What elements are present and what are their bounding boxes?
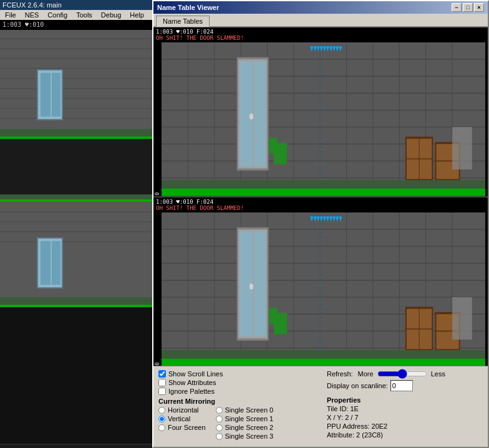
svg-rect-54 — [254, 62, 266, 166]
single-screen-3-radio[interactable] — [216, 433, 223, 440]
single-screen-1-label: Single Screen 1 — [225, 415, 274, 422]
nt-viewer: 1:003 ♥:010 F:024 OH SHIT! THE DOOR SLAM… — [153, 27, 488, 366]
single-screen-0-radio[interactable] — [216, 407, 223, 414]
properties-section: Properties Tile ID: 1E X / Y: 2 / 7 PPU … — [327, 396, 483, 439]
game-title: FCEUX 2.6.4: main — [2, 1, 62, 9]
show-scroll-lines-label: Show Scroll Lines — [168, 370, 223, 378]
svg-text:▼▼▼▼▼▼▼▼▼▼: ▼▼▼▼▼▼▼▼▼▼ — [310, 42, 342, 53]
mirroring-vertical-radio[interactable] — [158, 416, 165, 422]
nt-hud-top-line1: 1:003 ♥:010 F:024 — [156, 29, 485, 35]
tab-name-tables[interactable]: Name Tables — [156, 16, 210, 27]
nt-panel-bottom: 1:003 ♥:010 F:024 OH SHIT! THE DOOR SLAM… — [153, 198, 488, 366]
window-title-text: Name Table Viewer — [157, 4, 219, 11]
ignore-palettes-checkbox[interactable] — [158, 388, 166, 395]
scroll-lines-row: Show Scroll Lines — [158, 370, 314, 378]
nt-image-top: 0 — [153, 42, 488, 196]
nt-panel-top: 1:003 ♥:010 F:024 OH SHIT! THE DOOR SLAM… — [153, 27, 488, 196]
single-screen-2-radio[interactable] — [216, 424, 223, 431]
svg-rect-63 — [452, 127, 472, 169]
mirroring-horizontal: Horizontal — [158, 406, 206, 414]
scanline-row: Display on scanline: — [327, 380, 483, 391]
svg-rect-29 — [0, 297, 152, 305]
svg-rect-20 — [0, 199, 152, 202]
single-screen-2-label: Single Screen 2 — [225, 424, 274, 431]
ignore-palettes-label: Ignore Palettes — [168, 388, 215, 395]
svg-rect-16 — [0, 129, 152, 136]
nt-hud-top-line2: OH SHIT! THE DOOR SLAMMED! — [156, 35, 485, 41]
controls-panel: Show Scroll Lines Show Attributes Ignore… — [153, 366, 488, 447]
game-title-bar: FCEUX 2.6.4: main — [0, 0, 152, 10]
nt-hud-bottom: 1:003 ♥:010 F:024 OH SHIT! THE DOOR SLAM… — [153, 198, 488, 212]
svg-rect-65 — [162, 189, 485, 196]
refresh-label: Refresh: — [327, 370, 353, 378]
game-panel: FCEUX 2.6.4: main File NES Config Tools … — [0, 0, 152, 448]
mirroring-horizontal-label: Horizontal — [168, 406, 199, 414]
scanline-input[interactable] — [390, 380, 413, 391]
svg-rect-14 — [41, 73, 51, 117]
nt-right-bar-bottom — [485, 212, 488, 366]
viewer-window: Name Table Viewer − □ × Name Tables 1:00… — [152, 0, 489, 448]
svg-rect-31 — [0, 307, 152, 444]
mirroring-horizontal-radio[interactable] — [158, 407, 165, 414]
svg-rect-30 — [0, 305, 152, 307]
more-label: More — [358, 370, 374, 378]
svg-rect-90 — [254, 231, 266, 336]
svg-rect-98 — [269, 308, 278, 324]
nt-hud-bottom-line2: OH SHIT! THE DOOR SLAMMED! — [156, 205, 485, 211]
menu-help[interactable]: Help — [126, 11, 148, 19]
screen-1: Single Screen 1 — [216, 415, 274, 422]
prop-tile-id: Tile ID: 1E — [327, 405, 483, 412]
mirroring-vertical-label: Vertical — [168, 415, 190, 422]
window-title-bar: Name Table Viewer − □ × — [153, 1, 488, 14]
screen-3: Single Screen 3 — [216, 432, 274, 440]
menu-file[interactable]: File — [1, 11, 20, 19]
mirroring-four-radio[interactable] — [158, 424, 165, 431]
nt-scene-top: ▼▼▼▼▼▼▼▼▼▼ — [162, 42, 485, 196]
window-controls: − □ × — [452, 3, 484, 12]
menu-debug[interactable]: Debug — [97, 11, 125, 19]
game-screen: 1:003 ♥:010 — [0, 20, 152, 445]
ignore-palettes-row: Ignore Palettes — [158, 388, 314, 395]
show-attributes-label: Show Attributes — [168, 379, 216, 386]
svg-rect-27 — [41, 241, 51, 285]
tab-bar: Name Tables — [153, 14, 488, 27]
game-menu-bar: File NES Config Tools Debug Help — [0, 10, 152, 20]
menu-tools[interactable]: Tools — [72, 11, 96, 19]
menu-config[interactable]: Config — [44, 11, 71, 19]
svg-rect-99 — [452, 297, 472, 340]
maximize-button[interactable]: □ — [463, 3, 473, 12]
svg-point-91 — [249, 283, 253, 289]
mirroring-options: Horizontal Vertical Four Screen — [158, 406, 206, 441]
svg-rect-101 — [162, 358, 485, 366]
svg-rect-17 — [0, 136, 152, 139]
show-attributes-checkbox[interactable] — [158, 379, 166, 386]
single-screen-0-label: Single Screen 0 — [225, 406, 274, 414]
single-screen-1-radio[interactable] — [216, 416, 223, 422]
nt-image-bottom: 0 — [153, 212, 488, 366]
show-scroll-lines-checkbox[interactable] — [158, 370, 166, 378]
nt-hud-top: 1:003 ♥:010 F:024 OH SHIT! THE DOOR SLAM… — [153, 27, 488, 42]
single-screen-3-label: Single Screen 3 — [225, 432, 274, 440]
prop-ppu-address: PPU Address: 20E2 — [327, 422, 483, 430]
close-button[interactable]: × — [474, 3, 484, 12]
nt-left-label-top: 0 — [153, 42, 162, 196]
controls-right: Refresh: More Less Display on scanline: … — [314, 370, 483, 441]
nt-hud-bottom-line1: 1:003 ♥:010 F:024 — [156, 199, 485, 205]
minimize-button[interactable]: − — [452, 3, 462, 12]
svg-text:1:003 ♥:010: 1:003 ♥:010 — [2, 21, 44, 28]
screen-options: Single Screen 0 Single Screen 1 Single S… — [216, 406, 274, 441]
nt-scene-bottom: ▼▼▼▼▼▼▼▼▼▼ — [162, 212, 485, 366]
menu-nes[interactable]: NES — [21, 11, 43, 19]
nt-left-label-bottom: 0 — [153, 212, 162, 366]
properties-label: Properties — [327, 396, 483, 404]
svg-text:▼▼▼▼▼▼▼▼▼▼: ▼▼▼▼▼▼▼▼▼▼ — [310, 212, 342, 223]
svg-point-55 — [249, 113, 253, 120]
refresh-slider[interactable] — [377, 370, 427, 378]
refresh-row: Refresh: More Less — [327, 370, 483, 378]
svg-rect-15 — [52, 73, 61, 117]
game-display: 1:003 ♥:010 — [0, 20, 152, 444]
svg-rect-28 — [52, 241, 61, 285]
svg-rect-62 — [269, 138, 278, 154]
less-label: Less — [431, 370, 445, 378]
screen-2: Single Screen 2 — [216, 424, 274, 431]
